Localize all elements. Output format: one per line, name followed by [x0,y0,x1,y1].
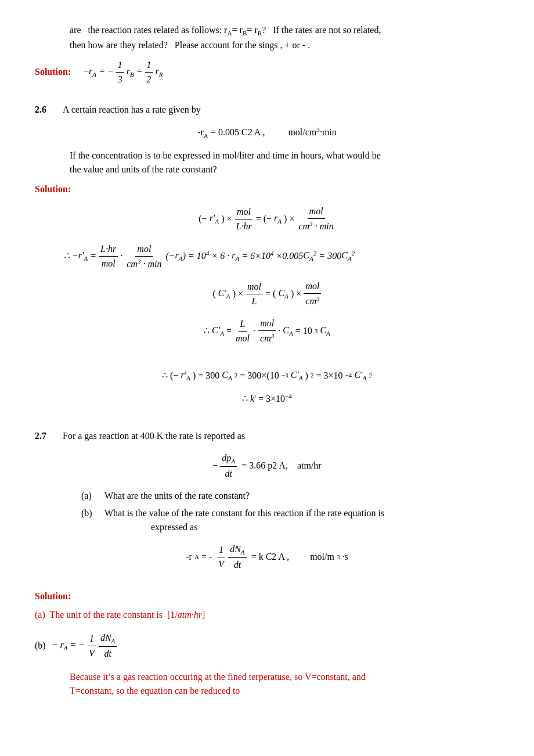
intro-block: are the reaction rates related as follow… [35,23,499,87]
sub-b-content: What is the value of the rate constant f… [104,506,384,534]
problem-2-7-rate-eq2: -rA = - 1V dNAdt = k C2 A , mol/m3·s [35,542,499,572]
problem-2-7-number: 2.7 [35,429,56,443]
sol-b-label-line: (b) − rA = − 1V dNAdt [35,631,499,661]
intro-solution-label: Solution: [35,65,71,79]
sol-b-label: (b) [35,639,46,653]
sol-2-6-eq4: ∴ C'A = Lmol · molcm3 · CA = 103 CA [35,316,499,345]
sub-b-label: (b) [81,506,99,534]
problem-2-7: 2.7 For a gas reaction at 400 K the rate… [35,429,499,698]
problem-2-6-number: 2.6 [35,103,56,117]
sub-a-text: What are the units of the rate constant? [104,489,250,503]
problem-2-6-header: 2.6 A certain reaction has a rate given … [35,103,499,117]
sol-2-6-eq2: ∴ −r'A = L·hrmol · molcm3 · min (−rA) = … [64,242,499,271]
problem-2-6-desc1: If the concentration is to be expressed … [70,149,499,163]
sol-2-6-eq6: ∴ k' = 3×10−4 [35,391,499,406]
problem-2-7-sub-b: (b) What is the value of the rate consta… [81,506,499,534]
sol-b-eq: − rA = − 1V dNAdt [52,631,117,661]
problem-2-6-solution-label: Solution: [35,182,499,196]
intro-solution-block: Solution: −rA = − 13 rB = 12 rR [35,58,499,87]
sol-2-6-eq5: ∴ (−r'A) = 300CA2 = 300×(10−3C'A)2 = 3×1… [35,368,499,383]
sub-a-label: (a) [81,489,99,503]
sol-b-desc2: T=constant, so the equation can be reduc… [70,684,499,698]
sub-b-text: What is the value of the rate constant f… [104,506,384,520]
sol-a-line: (a) The unit of the rate constant is [1/… [35,608,499,622]
sol-2-6-eq3: (C'A) × molL = (CA) × molcm3 [35,279,499,308]
problem-2-7-header: 2.7 For a gas reaction at 400 K the rate… [35,429,499,443]
problem-2-7-text: For a gas reaction at 400 K the rate is … [63,429,245,443]
problem-2-6-text: A certain reaction has a rate given by [63,103,201,117]
intro-line1: are the reaction rates related as follow… [70,23,499,38]
problem-2-7-rate-eq: − dpAdt = 3.66 p2 A, atm/hr [35,451,499,481]
sol-b-desc1: Because it’s a gas reaction occuring at … [70,670,499,684]
expressed-as: expressed as [151,520,384,534]
problem-2-6: 2.6 A certain reaction has a rate given … [35,103,499,406]
page: are the reaction rates related as follow… [35,23,499,698]
intro-line2: then how are they related? Please accoun… [70,38,499,52]
problem-2-6-rate-eq: -rA = 0.005 C2 A , mol/cm3·min [35,125,499,141]
sol-2-6-eq1: (−r'A) × molL·hr = (−rA) × molcm3 · min [35,204,499,233]
problem-2-7-sub-a: (a) What are the units of the rate const… [81,489,499,503]
intro-solution-math: −rA = − 13 rB = 12 rR [82,58,163,87]
problem-2-6-desc2: the value and units of the rate constant… [70,163,499,177]
problem-2-7-solution-label: Solution: [35,589,499,603]
